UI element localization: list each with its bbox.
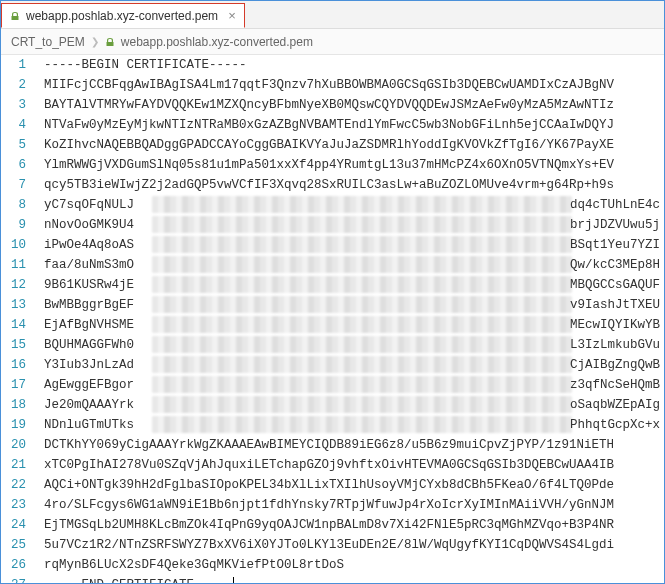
- line-number: 7: [11, 175, 26, 195]
- project-name[interactable]: CRT_to_PEM: [11, 35, 85, 49]
- line-number: 11: [11, 255, 26, 275]
- redacted-region: [152, 276, 572, 293]
- redacted-region: [152, 376, 572, 393]
- breadcrumb: CRT_to_PEM ❯ webapp.poshlab.xyz-converte…: [1, 29, 664, 55]
- tab-title: webapp.poshlab.xyz-converted.pem: [26, 9, 218, 23]
- code-line[interactable]: NDnluGTmUTksPhhqtGcpXc+x: [44, 415, 664, 435]
- code-editor[interactable]: 1234567891011121314151617181920212223242…: [1, 55, 664, 583]
- code-content[interactable]: -----BEGIN CERTIFICATE-----MIIFcjCCBFqgA…: [40, 55, 664, 583]
- code-fragment-right: brjJDZVUwu5j: [570, 215, 660, 235]
- line-number: 2: [11, 75, 26, 95]
- file-name[interactable]: webapp.poshlab.xyz-converted.pem: [121, 35, 313, 49]
- code-fragment-right: MEcwIQYIKwYB: [570, 315, 660, 335]
- code-line[interactable]: 5u7VCz1R2/NTnZSRFSWYZ7BxXV6iX0YJTo0LKYl3…: [44, 535, 664, 555]
- tab-file[interactable]: webapp.poshlab.xyz-converted.pem ×: [1, 3, 245, 28]
- line-number: 12: [11, 275, 26, 295]
- line-number: 10: [11, 235, 26, 255]
- code-line[interactable]: EjTMGSqLb2UMH8KLcBmZOk4IqPnG9yqOAJCW1npB…: [44, 515, 664, 535]
- code-line[interactable]: BQUHMAGGFWh0L3IzLmkubGVu: [44, 335, 664, 355]
- redacted-region: [152, 316, 572, 333]
- line-number: 1: [11, 55, 26, 75]
- line-number: 8: [11, 195, 26, 215]
- code-fragment-right: dq4cTUhLnE4c: [570, 195, 660, 215]
- code-line[interactable]: MIIFcjCCBFqgAwIBAgISA4Lm17qqtF3Qnzv7hXuB…: [44, 75, 664, 95]
- redacted-region: [152, 256, 572, 273]
- code-fragment-right: BSqt1Yeu7YZI: [570, 235, 660, 255]
- code-line[interactable]: -----BEGIN CERTIFICATE-----: [44, 55, 664, 75]
- code-fragment-left: BQUHMAGGFWh0: [44, 335, 148, 355]
- redacted-region: [152, 336, 572, 353]
- line-number: 18: [11, 395, 26, 415]
- redacted-region: [152, 416, 572, 433]
- code-fragment-right: MBQGCCsGAQUF: [570, 275, 660, 295]
- lock-icon: [10, 11, 20, 21]
- lock-icon: [105, 37, 115, 47]
- line-number: 27: [11, 575, 26, 583]
- code-fragment-left: iPwOe4Aq8oAS: [44, 235, 148, 255]
- code-line[interactable]: BwMBBggrBgEFv9IashJtTXEU: [44, 295, 664, 315]
- code-line[interactable]: AgEwggEFBgorz3qfNcSeHQmB: [44, 375, 664, 395]
- code-line[interactable]: AQCi+ONTgk39hH2dFglbaSIOpoKPEL34bXlLixTX…: [44, 475, 664, 495]
- close-icon[interactable]: ×: [228, 8, 236, 23]
- code-line[interactable]: KoZIhvcNAQEBBQADggGPADCCAYoCggGBAIKVYaJu…: [44, 135, 664, 155]
- line-number: 13: [11, 295, 26, 315]
- line-number: 3: [11, 95, 26, 115]
- code-line[interactable]: YlmRWWGjVXDGumSlNq05s81u1mPa501xxXf4pp4Y…: [44, 155, 664, 175]
- line-number: 9: [11, 215, 26, 235]
- code-fragment-left: EjAfBgNVHSME: [44, 315, 148, 335]
- code-fragment-right: PhhqtGcpXc+x: [570, 415, 660, 435]
- code-line[interactable]: iPwOe4Aq8oASBSqt1Yeu7YZI: [44, 235, 664, 255]
- line-number: 23: [11, 495, 26, 515]
- code-fragment-left: 9B61KUSRw4jE: [44, 275, 148, 295]
- code-line[interactable]: Je20mQAAAYrkoSaqbWZEpAIg: [44, 395, 664, 415]
- line-number: 14: [11, 315, 26, 335]
- code-line[interactable]: 9B61KUSRw4jEMBQGCCsGAQUF: [44, 275, 664, 295]
- code-line[interactable]: nNovOoGMK9U4brjJDZVUwu5j: [44, 215, 664, 235]
- redacted-region: [152, 196, 572, 213]
- code-fragment-right: L3IzLmkubGVu: [570, 335, 660, 355]
- code-line[interactable]: qcy5TB3ieWIwjZ2j2adGQP5vwVCfIF3Xqvq28SxR…: [44, 175, 664, 195]
- code-fragment-left: faa/8uNmS3mO: [44, 255, 148, 275]
- text-cursor: [233, 577, 234, 583]
- line-number: 5: [11, 135, 26, 155]
- editor-window: webapp.poshlab.xyz-converted.pem × CRT_t…: [0, 0, 665, 584]
- code-line[interactable]: EjAfBgNVHSMEMEcwIQYIKwYB: [44, 315, 664, 335]
- code-fragment-right: v9IashJtTXEU: [570, 295, 660, 315]
- redacted-region: [152, 396, 572, 413]
- code-fragment-left: AgEwggEFBgor: [44, 375, 148, 395]
- code-fragment-right: z3qfNcSeHQmB: [570, 375, 660, 395]
- line-number: 25: [11, 535, 26, 555]
- tab-bar: webapp.poshlab.xyz-converted.pem ×: [1, 1, 664, 29]
- code-fragment-right: Qw/kcC3MEp8H: [570, 255, 660, 275]
- code-line[interactable]: yC7sqOFqNULJdq4cTUhLnE4c: [44, 195, 664, 215]
- line-number-gutter: 1234567891011121314151617181920212223242…: [1, 55, 40, 583]
- line-number: 17: [11, 375, 26, 395]
- code-fragment-left: BwMBBggrBgEF: [44, 295, 148, 315]
- line-number: 26: [11, 555, 26, 575]
- line-number: 4: [11, 115, 26, 135]
- code-line[interactable]: NTVaFw0yMzEyMjkwNTIzNTRaMB0xGzAZBgNVBAMT…: [44, 115, 664, 135]
- code-line[interactable]: faa/8uNmS3mOQw/kcC3MEp8H: [44, 255, 664, 275]
- line-number: 15: [11, 335, 26, 355]
- redacted-region: [152, 216, 572, 233]
- line-number: 16: [11, 355, 26, 375]
- redacted-region: [152, 236, 572, 253]
- code-fragment-left: Je20mQAAAYrk: [44, 395, 148, 415]
- chevron-right-icon: ❯: [91, 36, 99, 47]
- code-line[interactable]: rqMynB6LUcX2sDF4Qeke3GqMKViefPtO0L8rtDoS: [44, 555, 664, 575]
- line-number: 6: [11, 155, 26, 175]
- line-number: 21: [11, 455, 26, 475]
- code-fragment-left: nNovOoGMK9U4: [44, 215, 148, 235]
- line-number: 20: [11, 435, 26, 455]
- code-fragment-right: oSaqbWZEpAIg: [570, 395, 660, 415]
- code-fragment-left: Y3Iub3JnLzAd: [44, 355, 148, 375]
- code-fragment-left: yC7sqOFqNULJ: [44, 195, 148, 215]
- code-line[interactable]: -----END CERTIFICATE-----: [44, 575, 664, 583]
- code-line[interactable]: 4ro/SLFcgys6WG1aWN9iE1Bb6njpt1fdhYnsky7R…: [44, 495, 664, 515]
- line-number: 19: [11, 415, 26, 435]
- code-line[interactable]: BAYTAlVTMRYwFAYDVQQKEw1MZXQncyBFbmNyeXB0…: [44, 95, 664, 115]
- redacted-region: [152, 356, 572, 373]
- code-line[interactable]: Y3Iub3JnLzAdCjAIBgZngQwB: [44, 355, 664, 375]
- code-line[interactable]: xTC0PgIhAI278Vu0SZqVjAhJquxiLETchapGZOj9…: [44, 455, 664, 475]
- code-line[interactable]: DCTKhYY069yCigAAAYrkWgZKAAAEAwBIMEYCIQDB…: [44, 435, 664, 455]
